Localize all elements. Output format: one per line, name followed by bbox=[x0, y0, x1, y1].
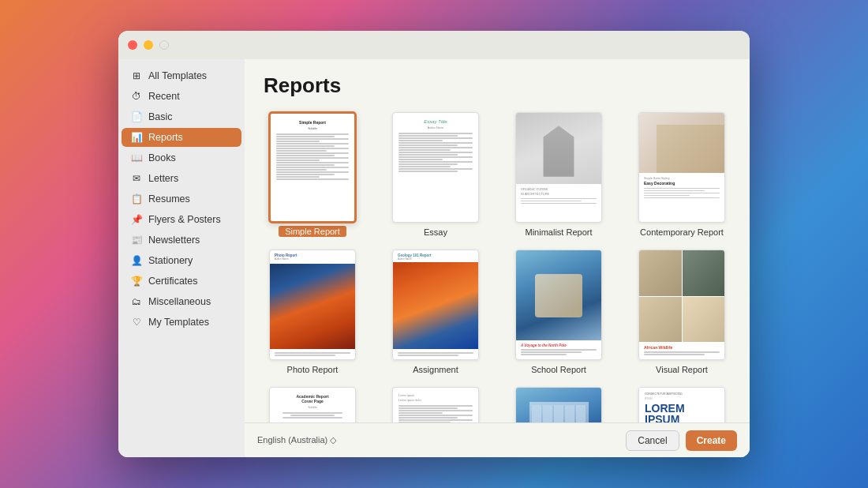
trophy-icon: 🏆 bbox=[131, 276, 142, 287]
sidebar-item-recent[interactable]: ⏱ Recent bbox=[122, 87, 241, 106]
person-icon: 👤 bbox=[131, 255, 142, 266]
template-simple-report[interactable]: Simple Report Subtitle bbox=[257, 112, 368, 237]
template-thumb-photo: Photo Report Author Name bbox=[269, 250, 356, 360]
sidebar-item-resumes[interactable]: 📋 Resumes bbox=[122, 190, 241, 208]
template-label-photo: Photo Report bbox=[287, 365, 339, 374]
sidebar-item-miscellaneous[interactable]: 🗂 Miscellaneous bbox=[122, 292, 241, 311]
clock-icon: ⏱ bbox=[131, 91, 142, 102]
template-thumb-school: A Voyage to the North Pole bbox=[515, 250, 602, 360]
sidebar-item-label: Stationery bbox=[148, 255, 193, 266]
pin-icon: 📌 bbox=[131, 214, 142, 225]
maximize-button[interactable] bbox=[159, 40, 169, 50]
sidebar-item-certificates[interactable]: 🏆 Certificates bbox=[122, 272, 241, 291]
footer: English (Australia) ◇ Cancel Create bbox=[245, 422, 750, 457]
sidebar-item-label: Flyers & Posters bbox=[148, 214, 221, 225]
sidebar-item-label: Recent bbox=[148, 91, 180, 102]
sidebar-item-books[interactable]: 📖 Books bbox=[122, 148, 241, 167]
main-header: Reports bbox=[245, 59, 750, 106]
template-label-contemporary: Contemporary Report bbox=[640, 227, 724, 237]
sidebar-item-my-templates[interactable]: ♡ My Templates bbox=[122, 313, 241, 332]
template-thumb-essay: Essay Title Author Name bbox=[392, 112, 479, 223]
template-thumb-assignment: Geology 101 Report Author Name bbox=[392, 250, 479, 360]
template-visual-report[interactable]: African Wildlife Visual Report bbox=[627, 250, 737, 374]
sidebar: ⊞ All Templates ⏱ Recent 📄 Basic 📊 Repor… bbox=[118, 59, 245, 457]
template-thumb-lorem: CONSECTETUR ADIPISCING IPSUM LOREMIPSUM bbox=[638, 387, 725, 422]
sidebar-item-label: Newsletters bbox=[148, 235, 200, 246]
grid-icon: ⊞ bbox=[131, 70, 142, 81]
sidebar-item-stationery[interactable]: 👤 Stationery bbox=[122, 251, 241, 270]
sidebar-item-label: Letters bbox=[148, 173, 178, 184]
template-minimalist-report[interactable]: ORGANIC FORMS IN ARCHITECTURE Minimalist… bbox=[503, 112, 614, 237]
template-thumb-visual: African Wildlife bbox=[638, 250, 725, 360]
sidebar-item-label: Miscellaneous bbox=[148, 296, 211, 307]
misc-icon: 🗂 bbox=[131, 296, 142, 307]
sidebar-item-basic[interactable]: 📄 Basic bbox=[122, 107, 241, 126]
template-thumb-academic: Academic ReportCover Page Subtitle bbox=[269, 387, 356, 422]
sidebar-item-newsletters[interactable]: 📰 Newsletters bbox=[122, 231, 241, 250]
template-contemporary-report[interactable]: Simple Home Styling Easy Decorating Cont… bbox=[627, 112, 737, 237]
main-content: ⊞ All Templates ⏱ Recent 📄 Basic 📊 Repor… bbox=[118, 59, 750, 457]
titlebar bbox=[118, 31, 750, 59]
template-label-selected: Simple Report bbox=[279, 226, 346, 237]
sidebar-item-label: All Templates bbox=[148, 70, 207, 81]
template-thumb-long: Lorem ipsum Lorem ipsum dolor bbox=[392, 387, 479, 422]
sidebar-item-label: Certificates bbox=[148, 276, 198, 287]
template-academic-report[interactable]: Academic ReportCover Page Subtitle bbox=[257, 387, 368, 422]
language-selector[interactable]: English (Australia) ◇ bbox=[257, 435, 336, 445]
sidebar-item-label: Reports bbox=[148, 132, 183, 143]
sidebar-item-reports[interactable]: 📊 Reports bbox=[122, 128, 241, 147]
doc-icon: 📄 bbox=[131, 111, 142, 122]
sidebar-item-label: Books bbox=[148, 152, 176, 163]
page-title: Reports bbox=[264, 73, 731, 98]
sidebar-item-label: Basic bbox=[148, 111, 173, 122]
template-school-report[interactable]: A Voyage to the North Pole School Report bbox=[503, 250, 614, 374]
template-essay[interactable]: Essay Title Author Name bbox=[380, 112, 491, 237]
close-button[interactable] bbox=[128, 40, 137, 50]
template-label-minimalist: Minimalist Report bbox=[526, 227, 593, 237]
template-architecture-report[interactable]: Contemporary Modern Architecture Archite… bbox=[503, 387, 614, 422]
book-icon: 📖 bbox=[131, 152, 142, 163]
template-long-report[interactable]: Lorem ipsum Lorem ipsum dolor bbox=[380, 387, 491, 422]
sidebar-item-all-templates[interactable]: ⊞ All Templates bbox=[122, 66, 241, 85]
minimize-button[interactable] bbox=[144, 40, 153, 50]
cancel-button[interactable]: Cancel bbox=[626, 430, 679, 451]
template-assignment[interactable]: Geology 101 Report Author Name Assignmen… bbox=[380, 250, 491, 374]
template-label-essay: Essay bbox=[424, 227, 447, 237]
letter-icon: ✉ bbox=[131, 173, 142, 184]
newspaper-icon: 📰 bbox=[131, 235, 142, 246]
template-label-school: School Report bbox=[531, 365, 586, 374]
template-thumb-contemporary: Simple Home Styling Easy Decorating bbox=[638, 112, 725, 223]
create-button[interactable]: Create bbox=[686, 430, 737, 451]
template-thumb-minimalist: ORGANIC FORMS IN ARCHITECTURE bbox=[515, 112, 602, 223]
sidebar-item-letters[interactable]: ✉ Letters bbox=[122, 169, 241, 188]
sidebar-item-flyers-posters[interactable]: 📌 Flyers & Posters bbox=[122, 210, 241, 229]
template-label-assignment: Assignment bbox=[413, 365, 458, 374]
heart-icon: ♡ bbox=[131, 317, 142, 328]
templates-grid: Simple Report Subtitle bbox=[245, 106, 750, 422]
footer-buttons: Cancel Create bbox=[626, 430, 737, 451]
sidebar-item-label: My Templates bbox=[148, 317, 209, 328]
template-photo-report[interactable]: Photo Report Author Name Photo Report bbox=[257, 250, 368, 374]
template-lorem-ipsum[interactable]: CONSECTETUR ADIPISCING IPSUM LOREMIPSUM bbox=[627, 387, 737, 422]
template-thumb-simple-report: Simple Report Subtitle bbox=[269, 112, 356, 223]
chart-icon: 📊 bbox=[131, 132, 142, 143]
template-thumb-architecture: Contemporary Modern Architecture bbox=[515, 387, 602, 422]
template-label-visual: Visual Report bbox=[656, 365, 708, 374]
template-chooser-window: ⊞ All Templates ⏱ Recent 📄 Basic 📊 Repor… bbox=[118, 31, 750, 457]
resume-icon: 📋 bbox=[131, 193, 142, 205]
main-area: Reports Simple Report Subtitle bbox=[245, 59, 750, 457]
sidebar-item-label: Resumes bbox=[148, 193, 190, 205]
